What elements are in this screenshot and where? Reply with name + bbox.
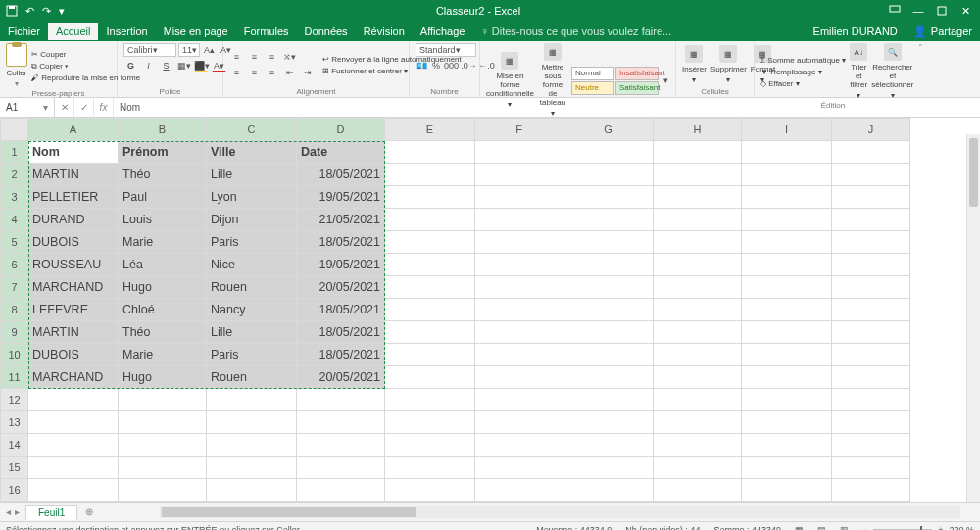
redo-icon[interactable]: ↷ bbox=[42, 5, 51, 18]
cell[interactable] bbox=[654, 254, 742, 276]
cell[interactable] bbox=[832, 186, 910, 209]
cell[interactable]: Hugo bbox=[119, 276, 207, 299]
maximize-icon[interactable] bbox=[933, 2, 951, 20]
cell[interactable] bbox=[385, 141, 475, 164]
style-neutral[interactable]: Neutre bbox=[571, 81, 614, 95]
cell[interactable] bbox=[564, 389, 654, 411]
orientation-icon[interactable]: ⤭▾ bbox=[282, 50, 297, 64]
column-header[interactable]: G bbox=[564, 119, 654, 141]
cell[interactable] bbox=[564, 344, 654, 366]
column-header[interactable]: C bbox=[207, 119, 297, 141]
cell[interactable] bbox=[654, 411, 742, 434]
cell[interactable] bbox=[564, 299, 654, 321]
column-header[interactable]: J bbox=[832, 119, 910, 141]
sheet-tab[interactable]: Feuil1 bbox=[25, 505, 77, 520]
cell[interactable] bbox=[742, 457, 832, 479]
cell[interactable] bbox=[385, 502, 475, 503]
cell[interactable]: PELLETIER bbox=[28, 186, 119, 209]
cell[interactable]: 21/05/2021 bbox=[297, 209, 385, 231]
cell[interactable] bbox=[385, 434, 475, 457]
cell[interactable] bbox=[832, 344, 910, 366]
cell[interactable] bbox=[385, 366, 475, 389]
row-header[interactable]: 8 bbox=[1, 299, 28, 321]
cell[interactable] bbox=[475, 231, 564, 254]
cell[interactable] bbox=[564, 502, 654, 503]
cell[interactable] bbox=[832, 141, 910, 164]
cell[interactable] bbox=[475, 479, 564, 502]
tab-accueil[interactable]: Accueil bbox=[48, 23, 98, 40]
tab-fichier[interactable]: Fichier bbox=[0, 23, 48, 40]
cell[interactable] bbox=[475, 164, 564, 186]
cell[interactable] bbox=[564, 366, 654, 389]
cancel-formula-icon[interactable]: ✕ bbox=[55, 98, 74, 117]
row-header[interactable]: 5 bbox=[1, 231, 28, 254]
cell[interactable] bbox=[742, 186, 832, 209]
cell[interactable] bbox=[742, 434, 832, 457]
style-bad[interactable]: Insatisfaisant bbox=[615, 67, 659, 80]
cell[interactable]: DUBOIS bbox=[28, 344, 119, 366]
tell-me[interactable]: ♀ Dites-nous ce que vous voulez faire... bbox=[472, 23, 679, 40]
styles-more-icon[interactable]: ▾ bbox=[662, 73, 669, 87]
cell[interactable] bbox=[654, 141, 742, 164]
cell[interactable] bbox=[564, 411, 654, 434]
row-header[interactable]: 2 bbox=[1, 164, 28, 186]
cell[interactable]: Prénom bbox=[119, 141, 207, 164]
cell[interactable] bbox=[564, 434, 654, 457]
cell[interactable]: 20/05/2021 bbox=[297, 366, 385, 389]
cell[interactable] bbox=[832, 254, 910, 276]
cell[interactable]: Théo bbox=[119, 321, 207, 344]
cell[interactable] bbox=[654, 299, 742, 321]
row-header[interactable]: 10 bbox=[1, 344, 28, 366]
cell[interactable] bbox=[475, 141, 564, 164]
cell[interactable] bbox=[119, 479, 207, 502]
zoom-level[interactable]: 220 % bbox=[949, 525, 974, 531]
cell[interactable] bbox=[207, 411, 297, 434]
cell[interactable] bbox=[28, 411, 119, 434]
cell[interactable]: 20/05/2021 bbox=[297, 276, 385, 299]
indent-increase-icon[interactable]: ⇥ bbox=[300, 66, 315, 79]
font-name-combo[interactable]: Calibri ▾ bbox=[123, 43, 176, 57]
cell[interactable] bbox=[385, 299, 475, 321]
cell[interactable] bbox=[28, 479, 119, 502]
delete-cells-button[interactable]: ▦Supprimer▾ bbox=[710, 45, 747, 84]
italic-button[interactable]: I bbox=[141, 59, 156, 72]
cell[interactable] bbox=[564, 479, 654, 502]
fx-icon[interactable]: fx bbox=[94, 98, 114, 117]
collapse-ribbon-icon[interactable]: ˄ bbox=[911, 41, 929, 97]
align-right-icon[interactable]: ≡ bbox=[265, 66, 279, 79]
tab-formules[interactable]: Formules bbox=[236, 23, 297, 40]
percent-icon[interactable]: % bbox=[431, 59, 441, 72]
indent-decrease-icon[interactable]: ⇤ bbox=[282, 66, 297, 79]
clear-button[interactable]: ◇ Effacer ▾ bbox=[760, 78, 846, 89]
row-header[interactable]: 7 bbox=[1, 276, 28, 299]
cell[interactable] bbox=[28, 457, 119, 479]
cell[interactable] bbox=[475, 411, 564, 434]
save-icon[interactable] bbox=[6, 5, 18, 17]
row-header[interactable]: 13 bbox=[1, 411, 28, 434]
name-box[interactable]: A1▾ bbox=[0, 98, 55, 117]
cell[interactable] bbox=[297, 502, 385, 503]
cell[interactable] bbox=[385, 389, 475, 411]
cell[interactable]: Hugo bbox=[119, 366, 207, 389]
cell[interactable] bbox=[475, 186, 564, 209]
cell[interactable] bbox=[742, 389, 832, 411]
cell[interactable]: Date bbox=[297, 141, 385, 164]
sheet-nav-next-icon[interactable]: ▸ bbox=[15, 506, 20, 517]
share-button[interactable]: 👤Partager bbox=[906, 23, 980, 41]
currency-icon[interactable]: 💶 bbox=[416, 59, 428, 72]
cell[interactable]: Paris bbox=[207, 231, 297, 254]
cell[interactable] bbox=[119, 434, 207, 457]
column-header[interactable]: B bbox=[119, 119, 207, 141]
row-header[interactable]: 9 bbox=[1, 321, 28, 344]
font-size-combo[interactable]: 11 ▾ bbox=[178, 43, 200, 57]
cell[interactable]: Lyon bbox=[207, 186, 297, 209]
row-header[interactable]: 3 bbox=[1, 186, 28, 209]
enter-formula-icon[interactable]: ✓ bbox=[74, 98, 94, 117]
cell[interactable] bbox=[475, 366, 564, 389]
align-bottom-icon[interactable]: ≡ bbox=[265, 50, 279, 64]
cell[interactable] bbox=[832, 479, 910, 502]
column-header[interactable]: A bbox=[28, 119, 119, 141]
cell[interactable]: 19/05/2021 bbox=[297, 254, 385, 276]
cell[interactable] bbox=[297, 434, 385, 457]
cell[interactable] bbox=[119, 411, 207, 434]
